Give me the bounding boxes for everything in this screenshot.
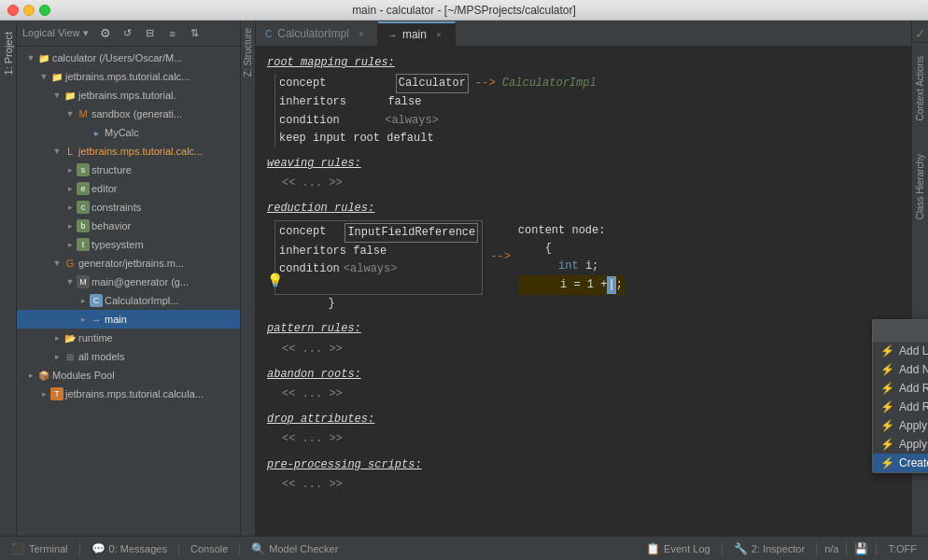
intention-label: Add Reference Macro: node.field bbox=[899, 400, 928, 413]
intention-item-node-macro[interactable]: ⚡ Add Node Macro ▶ bbox=[873, 360, 928, 379]
tab-label: main bbox=[402, 28, 427, 41]
calc-impl-icon: C bbox=[90, 294, 103, 307]
terminal-button[interactable]: ⬛ Terminal bbox=[7, 542, 72, 555]
intention-label: Create Template Fragment bbox=[899, 456, 928, 469]
main-gen-icon: M bbox=[77, 275, 90, 288]
structure-toggle[interactable]: Z: Structure bbox=[241, 21, 256, 536]
statusbar-right: 📋 Event Log 🔧 2: Inspector n/a 💾 T:OFF bbox=[642, 542, 921, 555]
tab-close-button[interactable]: × bbox=[355, 27, 368, 40]
statusbar: ⬛ Terminal 💬 0: Messages Console 🔍 Model… bbox=[0, 536, 928, 560]
intention-label: Add Node Macro bbox=[899, 363, 928, 376]
project-tree: ▼ 📁 calculator (/Users/Oscar/M... ▼ 📁 je… bbox=[17, 47, 240, 536]
close-button[interactable] bbox=[7, 5, 19, 16]
messages-button[interactable]: 💬 0: Messages bbox=[88, 542, 171, 555]
console-button[interactable]: Console bbox=[187, 543, 232, 554]
maximize-button[interactable] bbox=[39, 5, 50, 16]
model-checker-button[interactable]: 🔍 Model Checker bbox=[247, 542, 342, 555]
intention-label: Add Reference Macro bbox=[899, 382, 928, 395]
toggle-icon: ▼ bbox=[37, 70, 50, 83]
intention-icon: ⚡ bbox=[880, 363, 893, 376]
tree-item-typesystem[interactable]: ▸ t typesystem bbox=[17, 235, 240, 254]
code-text: << ... >> bbox=[282, 175, 343, 192]
tree-item-jmps1[interactable]: ▼ 📁 jetbrains.mps.tutorial.calc... bbox=[17, 67, 240, 86]
tab-label: CalculatorImpl bbox=[277, 27, 349, 40]
tree-item-tutorial[interactable]: ▸ T jetbrains.mps.tutorial.calcula... bbox=[17, 385, 240, 403]
tree-item-constraints[interactable]: ▸ c constraints bbox=[17, 198, 240, 217]
code-content[interactable]: root mapping rules: concept Calculator -… bbox=[256, 47, 911, 536]
tab-main[interactable]: → main × bbox=[378, 21, 456, 46]
tree-item-jmps-calc[interactable]: ▼ L jetbrains.mps.tutorial.calc... bbox=[17, 142, 240, 161]
sort-button[interactable]: ⇅ bbox=[186, 24, 204, 43]
project-sidebar-toggle[interactable]: 1: Project bbox=[0, 21, 17, 536]
tree-item-label: jetbrains.mps.tutorial.calc... bbox=[78, 146, 203, 157]
separator bbox=[722, 542, 723, 555]
code-impl: CalculatorImpl bbox=[502, 77, 597, 90]
intention-icon: ⚡ bbox=[880, 382, 893, 395]
tree-item-all-models[interactable]: ▸ ⊞ all models bbox=[17, 347, 240, 366]
tree-item-jmps-sub[interactable]: ▼ 📁 jetbrains.mps.tutorial. bbox=[17, 86, 240, 105]
collapse-button[interactable]: ⊟ bbox=[141, 24, 160, 43]
toggle-label: T:OFF bbox=[888, 543, 917, 554]
intention-icon: ⚡ bbox=[880, 419, 893, 432]
settings-button[interactable]: ⚙ bbox=[96, 24, 115, 43]
intention-item-copy-src[interactable]: ⚡ Apply COPY_SRC for node.field bbox=[873, 416, 928, 435]
section-title-reduction: reduction rules: bbox=[267, 202, 374, 215]
all-models-icon: ⊞ bbox=[63, 350, 77, 363]
intentions-bulb[interactable]: 💡 bbox=[267, 271, 283, 291]
intention-item-create-fragment[interactable]: ⚡ Create Template Fragment ▶ bbox=[873, 454, 928, 472]
project-tab-label[interactable]: 1: Project bbox=[1, 24, 16, 82]
toggle-icon: ▸ bbox=[77, 313, 90, 326]
toggle-icon: ▸ bbox=[63, 163, 77, 176]
tree-item-generator[interactable]: ▼ G generator/jetbrains.m... bbox=[17, 254, 240, 273]
tab-close-button[interactable]: × bbox=[432, 28, 445, 41]
tree-item-label: main@generator (g... bbox=[91, 276, 189, 287]
inspector-label: 2: Inspector bbox=[752, 543, 805, 554]
tree-item-label: runtime bbox=[78, 332, 113, 343]
tab-calculator-impl[interactable]: C CalculatorImpl × bbox=[256, 21, 378, 46]
tree-item-main[interactable]: ▸ → main bbox=[17, 310, 240, 329]
code-text: int i; bbox=[518, 258, 598, 275]
tree-item-main-gen[interactable]: ▼ M main@generator (g... bbox=[17, 273, 240, 291]
intention-label: Add LOOP macro over node.smodelAttribute bbox=[899, 344, 928, 357]
tree-item-behavior[interactable]: ▸ b behavior bbox=[17, 217, 240, 235]
tree-item-calc-impl[interactable]: ▸ C CalculatorImpl... bbox=[17, 291, 240, 310]
structure-label[interactable]: Z: Structure bbox=[242, 24, 254, 80]
minimize-button[interactable] bbox=[23, 5, 35, 16]
intention-item-loop[interactable]: ⚡ Add LOOP macro over node.smodelAttribu… bbox=[873, 342, 928, 360]
intention-label: Apply COPY_SRC for node.field bbox=[899, 419, 928, 432]
intention-icon: ⚡ bbox=[880, 400, 893, 413]
project-toolbar: Logical View ▾ ⚙ ↺ ⊟ ≡ ⇅ bbox=[17, 21, 240, 47]
tree-item-sandbox[interactable]: ▼ M sandbox (generati... bbox=[17, 105, 240, 123]
inspector-button[interactable]: 🔧 2: Inspector bbox=[730, 542, 808, 555]
intention-item-copy-srcl[interactable]: ⚡ Apply COPY_SRCL over node.smodelAttrib… bbox=[873, 435, 928, 454]
tree-item-mycalc[interactable]: ▸ MyCalc bbox=[17, 123, 240, 142]
memory-icon: 💾 bbox=[854, 542, 868, 555]
tree-item-runtime[interactable]: ▸ 📂 runtime bbox=[17, 329, 240, 347]
check-mark: ✓ bbox=[915, 26, 926, 41]
tree-item-structure[interactable]: ▸ s structure bbox=[17, 161, 240, 179]
separator bbox=[816, 542, 817, 555]
toggle-icon bbox=[77, 126, 90, 139]
tree-item-label: generator/jetbrains.m... bbox=[78, 258, 184, 269]
editor-icon: e bbox=[77, 182, 90, 195]
tree-item-editor[interactable]: ▸ e editor bbox=[17, 179, 240, 198]
tree-item-modules-pool[interactable]: ▸ 📦 Modules Pool bbox=[17, 366, 240, 385]
code-text: keep input root default bbox=[279, 132, 434, 145]
context-actions-tab[interactable]: Context Actions bbox=[914, 50, 926, 126]
class-hierarchy-tab[interactable]: Class Hierarchy bbox=[914, 148, 926, 226]
logical-view-label: Logical View ▾ bbox=[22, 27, 89, 39]
tree-item-calculator[interactable]: ▼ 📁 calculator (/Users/Oscar/M... bbox=[17, 49, 240, 67]
event-log-button[interactable]: 📋 Event Log bbox=[642, 542, 714, 555]
code-text: i = 1 + bbox=[520, 276, 608, 294]
terminal-label: Terminal bbox=[29, 543, 68, 554]
toggle-button[interactable]: T:OFF bbox=[884, 543, 921, 554]
intention-item-ref-macro-field[interactable]: ⚡ Add Reference Macro: node.field ▶ bbox=[873, 398, 928, 416]
refresh-button[interactable]: ↺ bbox=[119, 24, 137, 43]
tree-item-label: calculator (/Users/Oscar/M... bbox=[52, 52, 182, 63]
intention-item-ref-macro[interactable]: ⚡ Add Reference Macro bbox=[873, 379, 928, 398]
model-checker-label: Model Checker bbox=[269, 543, 338, 554]
filter-button[interactable]: ≡ bbox=[163, 24, 182, 43]
messages-label: 0: Messages bbox=[109, 543, 167, 554]
section-title-drop: drop attributes: bbox=[267, 413, 374, 426]
constraints-icon: c bbox=[77, 201, 90, 214]
